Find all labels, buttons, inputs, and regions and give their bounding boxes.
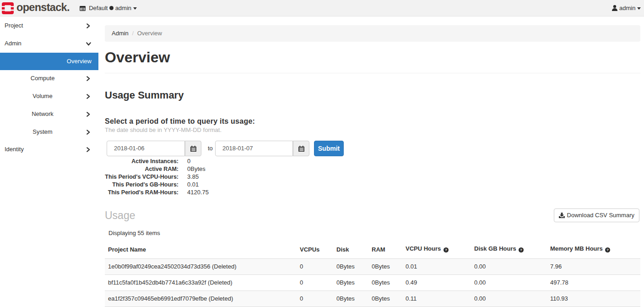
svg-text:?: ? — [520, 248, 522, 252]
svg-text:?: ? — [607, 248, 609, 252]
svg-text:?: ? — [445, 248, 447, 252]
